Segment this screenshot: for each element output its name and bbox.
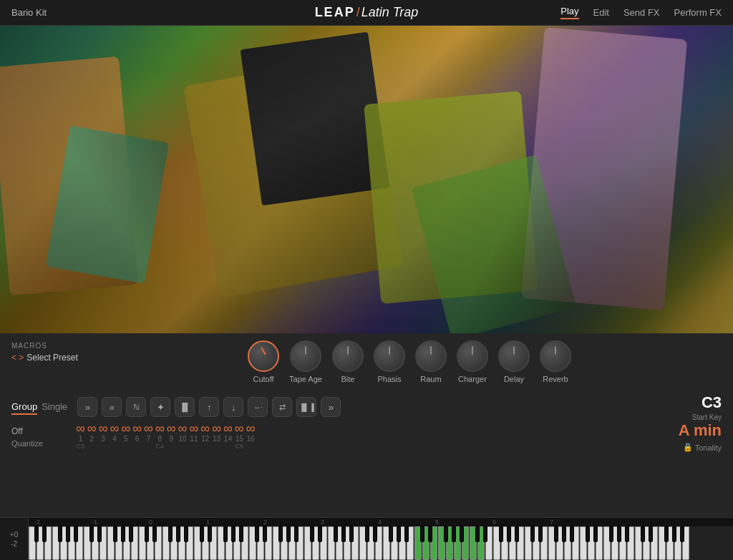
black-key-5-3[interactable] xyxy=(334,526,338,542)
black-key-0-3[interactable] xyxy=(58,526,62,542)
black-key-2-5[interactable] xyxy=(184,526,188,542)
black-key-1-4[interactable] xyxy=(121,526,125,542)
seq-btn-sparkle[interactable]: ✦ xyxy=(150,397,170,417)
black-key-0-4[interactable] xyxy=(66,526,70,542)
tab-group[interactable]: Group xyxy=(11,400,37,415)
black-key-9-1[interactable] xyxy=(538,526,543,542)
knob-phasis[interactable] xyxy=(374,340,405,372)
black-key-1-3[interactable] xyxy=(113,526,117,542)
black-key-0-5[interactable] xyxy=(74,526,78,542)
knob-bite[interactable] xyxy=(332,340,364,372)
black-key-3-5[interactable] xyxy=(239,526,243,542)
preset-selector-label[interactable]: Select Preset xyxy=(26,353,77,363)
piano-keys-area[interactable]: -2 -1 0 1 2 3 4 5 6 7 xyxy=(29,518,733,560)
seq-btn-vert-bars[interactable]: ▐▌▐ xyxy=(296,397,316,417)
black-key-5-5[interactable] xyxy=(349,526,354,542)
black-key-2-3[interactable] xyxy=(168,526,173,542)
piano-roll[interactable]: +0 -2 -2 -1 0 1 2 3 4 5 6 7 xyxy=(0,517,733,560)
nav-perform-fx[interactable]: Perform FX xyxy=(674,7,722,18)
knob-cutoff[interactable] xyxy=(248,340,279,372)
black-key-8-3[interactable] xyxy=(499,526,503,542)
black-key-7-4[interactable] xyxy=(452,526,456,542)
black-key-10-4[interactable] xyxy=(617,526,621,542)
knob-tape-age[interactable] xyxy=(290,340,321,372)
nav-send-fx[interactable]: Send FX xyxy=(623,7,660,18)
nav-play[interactable]: Play xyxy=(560,6,578,19)
black-key-2-1[interactable] xyxy=(152,526,157,542)
black-key-4-1[interactable] xyxy=(263,526,267,542)
black-key-1-1[interactable] xyxy=(97,526,102,542)
black-key-7-5[interactable] xyxy=(460,526,464,542)
black-key-6-4[interactable] xyxy=(397,526,401,542)
seq-btn-arrow-down[interactable]: ↓ xyxy=(223,397,243,417)
black-key-11-1[interactable] xyxy=(649,526,653,542)
black-key-1-5[interactable] xyxy=(129,526,133,542)
pad-col-12: ∞12 xyxy=(200,422,210,451)
black-key-3-4[interactable] xyxy=(231,526,236,542)
seq-btn-arrow-up[interactable]: ↑ xyxy=(199,397,219,417)
black-key-2-4[interactable] xyxy=(176,526,180,542)
octave-label-1: 1 xyxy=(206,519,210,526)
black-key-7-0[interactable] xyxy=(420,526,424,542)
knob-raum[interactable] xyxy=(415,340,447,372)
black-key-11-5[interactable] xyxy=(680,526,684,542)
preset-arrows-icon[interactable]: < > xyxy=(11,353,24,363)
black-key-7-1[interactable] xyxy=(428,526,432,542)
black-key-2-0[interactable] xyxy=(145,526,149,542)
black-key-8-4[interactable] xyxy=(507,526,511,542)
seq-btn-forward[interactable]: » xyxy=(321,397,341,417)
black-key-11-4[interactable] xyxy=(672,526,676,542)
black-key-4-0[interactable] xyxy=(255,526,259,542)
black-key-8-0[interactable] xyxy=(475,526,480,542)
tab-single[interactable]: Single xyxy=(42,400,67,415)
seq-btn-forward-forward[interactable]: » xyxy=(77,397,97,417)
knob-charger[interactable] xyxy=(457,340,488,372)
black-key-10-5[interactable] xyxy=(625,526,629,542)
black-key-5-4[interactable] xyxy=(341,526,346,542)
pad-col-5: ∞5 xyxy=(121,422,130,451)
octave-label-neg1: -1 xyxy=(92,519,97,526)
black-key-9-5[interactable] xyxy=(570,526,574,542)
black-key-6-1[interactable] xyxy=(373,526,377,542)
black-key-4-3[interactable] xyxy=(278,526,283,542)
seq-btn-loop[interactable]: ⇄ xyxy=(272,397,292,417)
black-key-9-4[interactable] xyxy=(562,526,566,542)
preset-selector[interactable]: < > Select Preset xyxy=(11,353,97,363)
octave-label-neg2: -2 xyxy=(34,519,40,526)
black-key-10-3[interactable] xyxy=(609,526,613,542)
black-key-0-1[interactable] xyxy=(42,526,47,542)
black-key-9-0[interactable] xyxy=(530,526,535,542)
black-key-1-0[interactable] xyxy=(89,526,94,542)
black-key-6-5[interactable] xyxy=(404,526,409,542)
piano-keys[interactable] xyxy=(29,526,733,560)
black-key-6-3[interactable] xyxy=(389,526,393,542)
sequencer-row: Group Single » « ℕ ✦ ▐▌ ↑ ↓ ↔· ⇄ ▐▌▐ » C… xyxy=(0,394,733,420)
black-key-10-1[interactable] xyxy=(593,526,598,542)
black-key-4-5[interactable] xyxy=(294,526,298,542)
black-key-5-1[interactable] xyxy=(318,526,322,542)
black-key-0-0[interactable] xyxy=(34,526,39,542)
seq-btn-arrow-left-right[interactable]: ↔· xyxy=(248,397,268,417)
black-key-3-3[interactable] xyxy=(223,526,228,542)
black-key-10-0[interactable] xyxy=(586,526,590,542)
black-key-9-3[interactable] xyxy=(554,526,558,542)
black-key-6-0[interactable] xyxy=(365,526,369,542)
black-key-4-4[interactable] xyxy=(286,526,291,542)
seq-btn-backward-backward[interactable]: « xyxy=(102,397,122,417)
seq-btn-bars[interactable]: ▐▌ xyxy=(175,397,195,417)
knob-delay[interactable] xyxy=(498,340,530,372)
nav-edit[interactable]: Edit xyxy=(593,7,609,18)
octave-label-2: 2 xyxy=(263,519,267,526)
black-key-7-3[interactable] xyxy=(444,526,448,542)
black-key-11-0[interactable] xyxy=(641,526,645,542)
left-bottom-label: -2 xyxy=(11,540,17,548)
pad-infinity-3: ∞ xyxy=(99,422,108,435)
black-key-3-1[interactable] xyxy=(208,526,212,542)
black-key-3-0[interactable] xyxy=(200,526,204,542)
black-key-11-3[interactable] xyxy=(664,526,669,542)
black-key-8-5[interactable] xyxy=(515,526,519,542)
seq-btn-waveform[interactable]: ℕ xyxy=(126,397,146,417)
black-key-5-0[interactable] xyxy=(310,526,314,542)
black-key-8-1[interactable] xyxy=(483,526,487,542)
knob-reverb[interactable] xyxy=(540,340,571,372)
